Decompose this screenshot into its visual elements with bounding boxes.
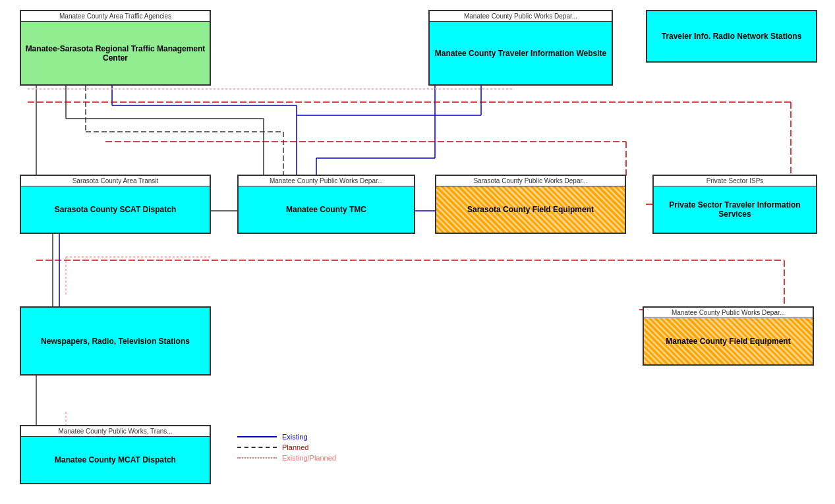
rtmc-node: Manatee County Area Traffic Agencies Man…	[20, 10, 211, 86]
rtmc-body: Manatee-Sarasota Regional Traffic Manage…	[21, 22, 210, 84]
mcat-dispatch-node: Manatee County Public Works, Trans... Ma…	[20, 425, 211, 484]
diagram-container: Manatee County Area Traffic Agencies Man…	[0, 0, 835, 504]
manatee-traveler-header: Manatee County Public Works Depar...	[430, 11, 612, 22]
existing-planned-line-sample	[237, 457, 277, 459]
manatee-traveler-node: Manatee County Public Works Depar... Man…	[428, 10, 613, 86]
private-isps-body: Private Sector Traveler Information Serv…	[654, 186, 816, 233]
newspapers-node: Newspapers, Radio, Television Stations	[20, 306, 211, 376]
private-isps-node: Private Sector ISPs Private Sector Trave…	[652, 175, 817, 234]
manatee-field-header: Manatee County Public Works Depar...	[644, 308, 813, 318]
manatee-field-body: Manatee County Field Equipment	[644, 318, 813, 364]
manatee-tmc-body: Manatee County TMC	[239, 186, 414, 233]
rtmc-header: Manatee County Area Traffic Agencies	[21, 11, 210, 22]
scat-header: Sarasota County Area Transit	[21, 176, 210, 186]
existing-planned-label: Existing/Planned	[282, 454, 336, 462]
manatee-tmc-node: Manatee County Public Works Depar... Man…	[237, 175, 415, 234]
sarasota-field-node: Sarasota County Public Works Depar... Sa…	[435, 175, 626, 234]
mcat-body: Manatee County MCAT Dispatch	[21, 437, 210, 483]
traveler-radio-node: Traveler Info. Radio Network Stations	[646, 10, 817, 63]
legend-planned: Planned	[237, 443, 336, 451]
planned-label: Planned	[282, 443, 308, 451]
traveler-radio-body: Traveler Info. Radio Network Stations	[647, 11, 816, 61]
manatee-traveler-body: Manatee County Traveler Information Webs…	[430, 22, 612, 84]
private-isps-header: Private Sector ISPs	[654, 176, 816, 186]
mcat-header: Manatee County Public Works, Trans...	[21, 426, 210, 437]
newspapers-body: Newspapers, Radio, Television Stations	[21, 308, 210, 374]
sarasota-field-header: Sarasota County Public Works Depar...	[436, 176, 625, 186]
existing-line-sample	[237, 436, 277, 437]
sarasota-field-body: Sarasota County Field Equipment	[436, 186, 625, 233]
manatee-field-node: Manatee County Public Works Depar... Man…	[643, 306, 814, 366]
legend-existing: Existing	[237, 433, 336, 441]
planned-line-sample	[237, 447, 277, 448]
legend: Existing Planned Existing/Planned	[237, 433, 336, 464]
manatee-tmc-header: Manatee County Public Works Depar...	[239, 176, 414, 186]
scat-dispatch-node: Sarasota County Area Transit Sarasota Co…	[20, 175, 211, 234]
existing-label: Existing	[282, 433, 308, 441]
legend-existing-planned: Existing/Planned	[237, 454, 336, 462]
scat-body: Sarasota County SCAT Dispatch	[21, 186, 210, 233]
